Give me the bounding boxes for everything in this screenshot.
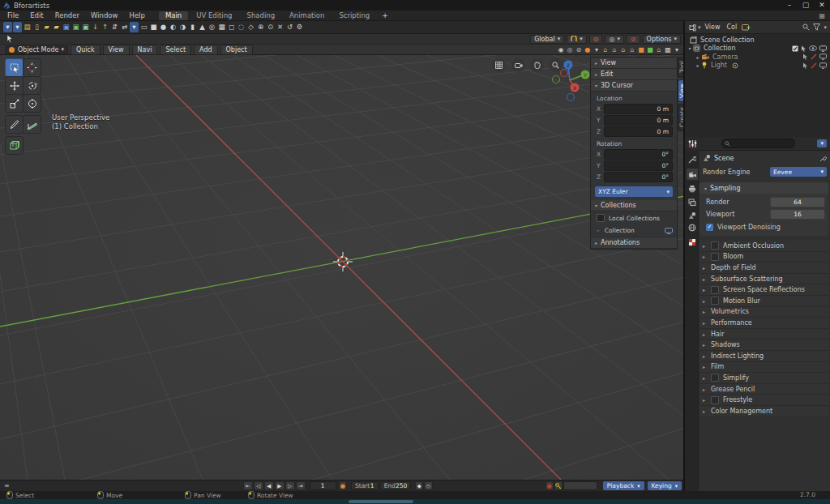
frame-start-field[interactable]: Start1: [351, 481, 379, 490]
auto-keying-button[interactable]: ●: [339, 481, 347, 490]
properties-section-screen-space-reflections[interactable]: Screen Space Reflections: [700, 284, 829, 296]
open-file-icon[interactable]: ▰: [42, 22, 51, 32]
tab-texture[interactable]: [687, 237, 698, 248]
select-none-icon[interactable]: ⊙: [266, 22, 275, 32]
house-material-icon[interactable]: ⌂: [619, 45, 627, 54]
selectable-icon[interactable]: [802, 53, 808, 60]
redo-dropdown-icon[interactable]: ▾: [13, 22, 22, 32]
tab-world[interactable]: [687, 222, 698, 233]
cursor-field-1[interactable]: Y 0 m: [597, 115, 673, 126]
viewport-menu-navi[interactable]: Navi: [132, 45, 158, 55]
current-frame-field[interactable]: 1: [310, 481, 336, 490]
undo-dropdown-icon[interactable]: ▾: [3, 22, 12, 32]
open-recent-icon[interactable]: ▰: [52, 22, 61, 32]
bottom-scroll-handle[interactable]: [349, 500, 413, 503]
append-icon[interactable]: ⇄: [120, 22, 129, 32]
previous-keyframe[interactable]: ◁: [254, 481, 263, 490]
overlays-toggle-icon[interactable]: ◎: [566, 45, 574, 54]
measure-tool[interactable]: [23, 115, 41, 134]
add-torus-icon[interactable]: ◎: [208, 22, 216, 32]
disable-render-icon[interactable]: [819, 53, 827, 60]
render-engine-dropdown[interactable]: Eevee▾: [770, 167, 827, 177]
add-icosphere-icon[interactable]: ◑: [178, 22, 187, 32]
section-checkbox[interactable]: [711, 241, 719, 250]
viewport-denoising-row[interactable]: ✓ Viewport Denoising: [703, 224, 825, 231]
add-cone-icon[interactable]: ▲: [198, 22, 207, 32]
workspace-tab-shading[interactable]: Shading: [241, 11, 282, 20]
properties-section-color-management[interactable]: Color Management: [700, 406, 829, 417]
properties-section-simplify[interactable]: Simplify: [700, 373, 829, 384]
jump-to-start[interactable]: ⇤: [243, 481, 253, 490]
outliner-editor-icon[interactable]: [688, 23, 696, 32]
panel-3d-cursor[interactable]: ▾3D Cursor: [591, 80, 677, 92]
zoom-view-button[interactable]: [549, 58, 563, 72]
outliner-display-mode[interactable]: View: [705, 23, 721, 31]
maximize-button[interactable]: ▢: [798, 0, 814, 11]
editor-layout-icon[interactable]: ▦: [819, 12, 825, 19]
pattern-icon[interactable]: ▩: [664, 45, 672, 54]
editor-type-dropdown[interactable]: ▾: [698, 24, 701, 31]
tab-render[interactable]: [687, 169, 698, 180]
link-icon[interactable]: ⇵: [110, 22, 119, 32]
workspace-tab-animation[interactable]: Animation: [283, 11, 331, 20]
cursor-field-2[interactable]: Z 0°: [597, 172, 673, 182]
annotate-tool[interactable]: [5, 115, 24, 134]
keying-set-field[interactable]: [563, 481, 597, 490]
snap-toggle-button[interactable]: ⊘: [589, 35, 603, 44]
filter-funnel-icon[interactable]: [813, 23, 820, 31]
add-workspace-button[interactable]: +: [378, 11, 392, 19]
panel-annotations[interactable]: ▸Annotations: [591, 237, 677, 249]
properties-section-grease-pencil[interactable]: Grease Pencil: [700, 384, 829, 395]
save-as-icon[interactable]: ▣: [71, 22, 80, 32]
import-icon[interactable]: ↓: [91, 22, 100, 32]
properties-section-depth-of-field[interactable]: Depth of Field: [700, 263, 829, 274]
select-circle-icon[interactable]: ◌: [237, 22, 246, 32]
workspace-tab-uv-editing[interactable]: UV Editing: [190, 11, 238, 20]
cursor-field-0[interactable]: X 0 m: [597, 104, 673, 114]
rotation-mode-dropdown[interactable]: XYZ Euler▾: [595, 186, 673, 197]
section-checkbox[interactable]: [711, 374, 719, 382]
properties-section-shadows[interactable]: Shadows: [700, 340, 829, 351]
select-invert-icon[interactable]: ✕: [276, 22, 285, 32]
menu-edit[interactable]: Edit: [24, 11, 49, 20]
add-cube-icon[interactable]: ■: [149, 22, 158, 32]
section-checkbox[interactable]: [711, 396, 719, 404]
eyedropper-icon[interactable]: [819, 155, 827, 162]
tab-scene[interactable]: [687, 210, 698, 221]
collection-checkbox[interactable]: [792, 45, 798, 52]
properties-search-input[interactable]: [721, 139, 795, 148]
section-checkbox[interactable]: [711, 297, 719, 305]
xray-toggle-icon[interactable]: ⊘: [575, 45, 583, 54]
square-green-icon[interactable]: ■: [646, 45, 654, 54]
render-samples-field[interactable]: 64: [770, 197, 825, 207]
properties-section-hair[interactable]: Hair: [700, 329, 829, 340]
properties-section-film[interactable]: Film: [700, 362, 829, 374]
playback-dropdown[interactable]: Playback▾: [603, 481, 644, 490]
scale-tool[interactable]: [5, 94, 24, 113]
add-grid-icon[interactable]: ▦: [217, 22, 226, 32]
viewport-menu-add[interactable]: Add: [194, 45, 218, 55]
keying-set-icon-button[interactable]: [554, 481, 563, 490]
cursor-field-2[interactable]: Z 0 m: [597, 126, 673, 137]
local-collections-toggle[interactable]: Local Collections: [591, 211, 677, 224]
house-preview-icon[interactable]: ⌂: [655, 45, 663, 54]
outliner-row-collection[interactable]: ▾ Collection: [685, 45, 830, 53]
properties-section-subsurface-scattering[interactable]: Subsurface Scattering: [700, 274, 829, 285]
properties-filter-dropdown[interactable]: ▾: [817, 139, 827, 147]
workspace-tab-scripting[interactable]: Scripting: [332, 11, 376, 20]
timeline-menu-icon[interactable]: ≡: [4, 482, 10, 489]
new-collection-icon[interactable]: [742, 23, 751, 31]
proportional-edit-dropdown[interactable]: ◎▾: [605, 35, 624, 44]
outliner-row-light[interactable]: ▸ Light: [685, 62, 830, 70]
viewport-3d[interactable]: Z Y X User Perspective (1) Collection: [0, 55, 685, 480]
options-dropdown[interactable]: Options▾: [643, 35, 681, 44]
hide-disabled-icon[interactable]: [811, 62, 817, 69]
add-primitive-tool[interactable]: [5, 136, 24, 155]
outliner-collection-filter[interactable]: Col: [727, 23, 738, 31]
save-copy-icon[interactable]: ▣: [81, 22, 90, 32]
collection-visibility-row[interactable]: – Collection: [591, 224, 677, 237]
viewport-denoising-checkbox[interactable]: ✓: [706, 224, 713, 231]
house-rendered-icon[interactable]: ⌂: [628, 45, 636, 54]
add-plane-icon[interactable]: ▭: [139, 22, 148, 32]
tab-output[interactable]: [687, 183, 698, 194]
